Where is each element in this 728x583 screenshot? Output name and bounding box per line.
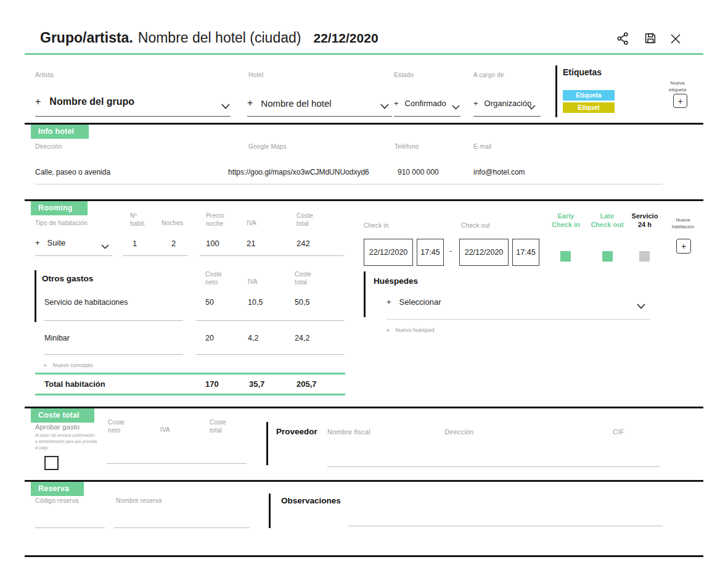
date-range-dash: - — [449, 246, 452, 255]
gasto-iva[interactable]: 10,5 — [248, 298, 263, 307]
late-check-out-toggle[interactable] — [602, 251, 613, 262]
gasto-neto[interactable]: 50 — [205, 298, 214, 307]
add-habitacion-button[interactable]: + — [676, 239, 691, 254]
tipo-habitacion-select[interactable]: + Suite — [35, 238, 65, 247]
check-out-date-input[interactable]: 22/12/2020 — [459, 239, 509, 266]
otros-gastos-bar — [35, 270, 36, 322]
aprobar-gasto-hint: Al hacer clic enviará confirmación a adm… — [35, 432, 97, 450]
hotel-label: Hotel — [248, 72, 263, 78]
gasto-total[interactable]: 24,2 — [295, 334, 309, 342]
proveedor-bar — [266, 422, 268, 465]
n-habit-label: Nº habit. — [130, 212, 146, 228]
observaciones-input-underline[interactable] — [348, 526, 663, 526]
share-button[interactable] — [616, 31, 630, 48]
hotel-select[interactable]: + Nombre del hotel — [247, 97, 332, 109]
gasto-total[interactable]: 50,5 — [295, 298, 309, 307]
a-cargo-de-value: Organización — [485, 99, 532, 108]
plus-icon: + — [394, 99, 399, 108]
gasto-neto[interactable]: 20 — [205, 334, 214, 342]
ct-coste-total-label: Coste total — [210, 418, 226, 434]
google-maps-link[interactable]: https://goo.gl/maps/xo3wCJMdUNUodxyd6 — [228, 168, 369, 176]
early-check-in-label: Early Check in — [549, 212, 583, 229]
coste-total-divider — [25, 407, 703, 408]
rooming-divider — [25, 199, 703, 201]
save-icon — [644, 38, 657, 47]
noches-label: Noches — [162, 220, 183, 226]
codigo-reserva-label: Código reserva — [35, 497, 79, 504]
a-cargo-de-label: A cargo de — [473, 72, 504, 78]
info-hotel-underline — [35, 184, 663, 184]
nuevo-concepto-button[interactable]: + Nuevo concepto — [43, 362, 92, 369]
check-out-time-input[interactable]: 17:45 — [512, 239, 539, 266]
check-in-date-input[interactable]: 22/12/2020 — [364, 239, 413, 266]
plus-icon: + — [386, 326, 390, 334]
email-value[interactable]: info@hotel.com — [473, 168, 525, 176]
title-group-artist: Grupo/artista. — [40, 30, 133, 46]
check-in-time-input[interactable]: 17:45 — [417, 239, 444, 266]
gasto-concepto[interactable]: Minibar — [44, 334, 70, 342]
noches-value[interactable]: 2 — [171, 239, 176, 248]
codigo-reserva-input-underline[interactable] — [35, 527, 105, 528]
total-habitacion-label: Total habitación — [44, 379, 105, 389]
coste-total-badge: Coste total — [31, 408, 94, 423]
coste-total-input-underline[interactable] — [107, 463, 247, 464]
plus-icon: + — [386, 297, 391, 307]
plus-icon: + — [473, 99, 478, 108]
ct-iva-label: IVA — [160, 426, 170, 433]
rooming-badge: Rooming — [31, 201, 88, 215]
servicio-24h-toggle[interactable] — [639, 251, 650, 262]
chevron-down-icon[interactable] — [221, 101, 230, 112]
chevron-down-icon[interactable] — [101, 241, 109, 252]
chevron-down-icon[interactable] — [528, 101, 536, 112]
gasto-concepto[interactable]: Servicio de habitaciones — [44, 298, 128, 307]
coste-total-value[interactable]: 242 — [297, 239, 310, 248]
close-icon — [669, 38, 682, 47]
plus-icon: + — [35, 238, 40, 247]
nuevo-concepto-label: Nuevo concepto — [52, 362, 92, 368]
tag-etiqueta-blue[interactable]: Etiqueta — [563, 90, 615, 101]
telefono-value[interactable]: 910 000 000 — [398, 168, 439, 176]
hotel-underline — [247, 116, 392, 117]
plus-icon: + — [43, 362, 47, 369]
close-button[interactable] — [669, 33, 682, 47]
servicio-24h-label: Servicio 24 h — [628, 212, 662, 229]
chevron-down-icon[interactable] — [637, 300, 645, 312]
artista-select[interactable]: + Nombre del grupo — [35, 96, 134, 107]
og-coste-total-label: Coste total — [295, 270, 311, 286]
add-etiqueta-button[interactable]: + — [673, 94, 687, 108]
direccion-value[interactable]: Calle, paseo o avenida — [35, 168, 110, 176]
nuevo-huesped-button[interactable]: + Nuevo huésped — [386, 326, 435, 334]
title-hotel-name: Nombre del hotel (ciudad) — [138, 30, 301, 46]
estado-select[interactable]: + Confirmado — [394, 99, 446, 108]
nombre-reserva-input-underline[interactable] — [114, 527, 250, 528]
proveedor-direccion-label: Dirección — [444, 428, 474, 436]
n-habit-value[interactable]: 1 — [133, 239, 137, 248]
proveedor-input-underline[interactable] — [327, 466, 660, 467]
tipo-underline — [35, 255, 112, 256]
ct-coste-neto-label: Coste neto — [108, 418, 125, 434]
chevron-down-icon[interactable] — [452, 101, 460, 112]
coste-total-label: Coste total — [297, 212, 313, 228]
total-bottom-line — [35, 394, 345, 395]
gasto-underline — [196, 354, 344, 355]
huespedes-select[interactable]: + Seleccionar — [386, 297, 441, 307]
etiquetas-divider — [555, 65, 557, 117]
save-button[interactable] — [644, 31, 657, 47]
total-total-value: 205,7 — [297, 379, 317, 389]
a-cargo-de-select[interactable]: + Organización — [473, 99, 531, 108]
bottom-divider — [25, 555, 703, 557]
gasto-underline — [196, 320, 344, 321]
precio-noche-value[interactable]: 100 — [206, 239, 219, 248]
tag-etiqueta-yellow[interactable]: Etiquet — [563, 102, 615, 113]
gasto-iva[interactable]: 4,2 — [248, 334, 258, 342]
precio-iva-coste-underline — [200, 255, 344, 256]
total-top-line — [35, 373, 345, 374]
artista-underline — [35, 116, 231, 117]
aprobar-gasto-checkbox[interactable] — [44, 456, 59, 470]
chevron-down-icon[interactable] — [380, 101, 389, 112]
habit-noches-underline — [123, 255, 187, 256]
huespedes-underline — [386, 319, 650, 320]
iva-value[interactable]: 21 — [247, 239, 255, 248]
estado-label: Estado — [394, 72, 414, 78]
early-check-in-toggle[interactable] — [560, 251, 571, 262]
